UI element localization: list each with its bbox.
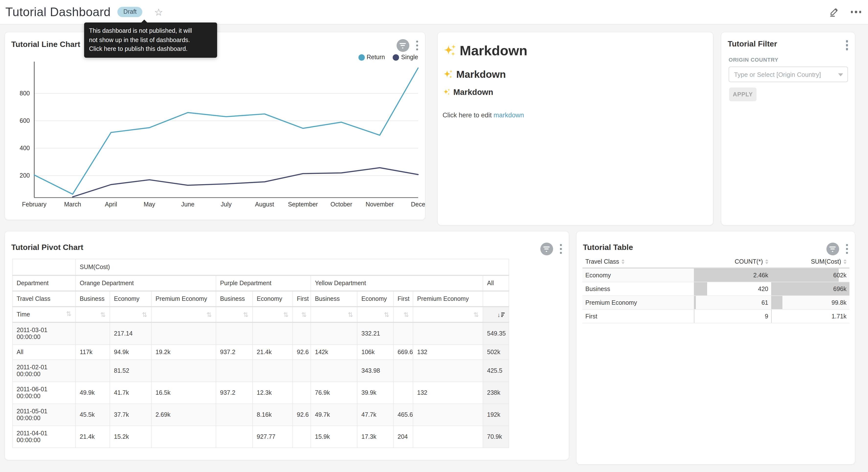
draft-badge[interactable]: Draft [118, 7, 143, 17]
pivot-value-cell: 92.6 [293, 345, 311, 360]
pivot-value-cell: 937.2 [216, 345, 253, 360]
pivot-measure-header: SUM(Cost) [75, 259, 509, 275]
pivot-value-cell [216, 404, 253, 426]
pivot-value-cell: 49.9k [75, 382, 110, 404]
pivot-value-cell [253, 360, 293, 382]
sort-icon[interactable]: ⇅ [216, 307, 253, 322]
markdown-h3: Markdown [442, 88, 707, 97]
chart-menu-icon[interactable] [415, 40, 419, 52]
sort-icon[interactable]: ⇅ [110, 307, 151, 322]
pivot-value-cell [216, 426, 253, 448]
cell-value: 99.8k [832, 299, 846, 306]
pivot-filter-icon[interactable] [540, 243, 553, 255]
cell-value: 696k [833, 286, 846, 292]
pivot-value-cell: 15.9k [311, 426, 357, 448]
apply-button[interactable]: APPLY [729, 88, 756, 101]
pivot-value-cell: 106k [357, 345, 394, 360]
filter-menu-icon[interactable] [845, 39, 849, 51]
origin-country-select[interactable]: Type or Select [Origin Country] [728, 66, 848, 82]
sort-icon[interactable]: ⇅ [151, 307, 216, 322]
pivot-value-cell: 21.4k [75, 426, 110, 448]
edit-pencil-icon[interactable] [829, 7, 839, 17]
pivot-chart-title: Tutorial Pivot Chart [11, 243, 83, 252]
sort-carets-icon[interactable] [843, 259, 846, 264]
markdown-paragraph: Click here to edit markdown [442, 112, 707, 119]
pivot-value-cell: 92.6 [293, 404, 311, 426]
sort-carets-icon[interactable] [622, 259, 624, 264]
more-menu-icon[interactable] [850, 11, 861, 13]
pivot-value-cell [293, 426, 311, 448]
sort-icon[interactable]: ⇅ [413, 307, 483, 322]
pivot-column-header: Business [75, 291, 110, 307]
y-tick-label: 200 [20, 172, 30, 179]
pivot-value-cell: 332.21 [357, 322, 394, 345]
travel-class-cell: Economy [582, 268, 694, 282]
pivot-value-cell: 425.5 [483, 360, 509, 382]
pivot-value-cell [311, 322, 357, 345]
table-row: First91.71k [582, 309, 849, 323]
sort-icon[interactable]: ⇅ [253, 307, 293, 322]
sort-carets-icon[interactable] [765, 259, 768, 264]
value-bar [694, 296, 696, 309]
table-row: Economy2.46k602k [582, 268, 849, 282]
pivot-value-cell: 8.16k [253, 404, 293, 426]
pivot-value-cell [253, 322, 293, 345]
pivot-department-label: Department [12, 275, 75, 291]
pivot-value-cell: 132 [413, 345, 483, 360]
pivot-row-label: 2011-05-01 00:00:00 [12, 404, 75, 426]
cell-value: 9 [765, 313, 768, 320]
pivot-column-header: First [293, 291, 311, 307]
pivot-time-header[interactable]: Time⇅ [12, 307, 75, 322]
pivot-corner-cell [12, 259, 75, 275]
dashboard-header: Tutorial Dashboard Draft ☆ [0, 0, 868, 25]
pivot-value-cell [216, 360, 253, 382]
pivot-value-cell [293, 382, 311, 404]
sum-cell: 1.71k [771, 309, 849, 323]
line-chart-card: Tutorial Line Chart ReturnSingle 2004006… [4, 32, 426, 220]
pivot-value-cell: 49.7k [311, 404, 357, 426]
pivot-value-cell: 12.3k [253, 382, 293, 404]
pivot-row: 2011-05-01 00:00:0045.5k37.7k2.69k8.16k9… [12, 404, 509, 426]
x-tick-label: July [221, 201, 232, 208]
pivot-value-cell: 465.6 [394, 404, 413, 426]
pivot-value-cell: 142k [311, 345, 357, 360]
pivot-value-cell: 39.9k [357, 382, 394, 404]
pivot-value-cell [75, 360, 110, 382]
table-column-header[interactable]: Travel Class [582, 255, 694, 268]
pivot-value-cell: 41.7k [110, 382, 151, 404]
sort-icon[interactable]: ⇅ [357, 307, 394, 322]
value-bar [771, 296, 782, 309]
x-tick-label: March [64, 201, 81, 208]
pivot-group-header: Purple Department [216, 275, 311, 291]
pivot-value-cell [216, 322, 253, 345]
table-menu-icon[interactable] [845, 243, 849, 255]
pivot-column-header: Business [216, 291, 253, 307]
filter-card: Tutorial Filter ORIGIN COUNTRY Type or S… [721, 32, 855, 226]
pivot-row-label: 2011-04-01 00:00:00 [12, 426, 75, 448]
x-tick-label: February [22, 201, 47, 208]
pivot-value-cell: 217.14 [110, 322, 151, 345]
pivot-menu-icon[interactable] [559, 243, 563, 255]
sort-icon[interactable]: ⇅ [394, 307, 413, 322]
data-table-grid: Travel ClassCOUNT(*)SUM(Cost)Economy2.46… [582, 255, 849, 323]
pivot-row: 2011-03-01 00:00:00217.14332.21549.35 [12, 322, 509, 345]
table-filter-icon[interactable] [826, 243, 839, 255]
select-placeholder: Type or Select [Origin Country] [734, 71, 821, 78]
pivot-value-cell [293, 360, 311, 382]
table-column-header[interactable]: COUNT(*) [694, 255, 771, 268]
markdown-h2-text: Markdown [456, 68, 506, 80]
sort-icon[interactable]: ⇅ [75, 307, 110, 322]
sort-icon[interactable]: ⇅ [66, 310, 71, 318]
pivot-value-cell: 45.5k [75, 404, 110, 426]
sort-icon[interactable]: ⇅ [293, 307, 311, 322]
pivot-group-header: Orange Department [75, 275, 216, 291]
markdown-edit-link[interactable]: markdown [494, 112, 524, 119]
chart-filter-icon[interactable] [396, 39, 409, 52]
pivot-sort-cell[interactable]: ↓ [483, 307, 509, 322]
table-column-header[interactable]: SUM(Cost) [771, 255, 849, 268]
travel-class-cell: First [582, 309, 694, 323]
sort-icon[interactable]: ⇅ [311, 307, 357, 322]
favorite-star-icon[interactable]: ☆ [154, 7, 163, 17]
sort-desc-icon[interactable]: ↓ [497, 312, 505, 318]
pivot-value-cell [394, 322, 413, 345]
